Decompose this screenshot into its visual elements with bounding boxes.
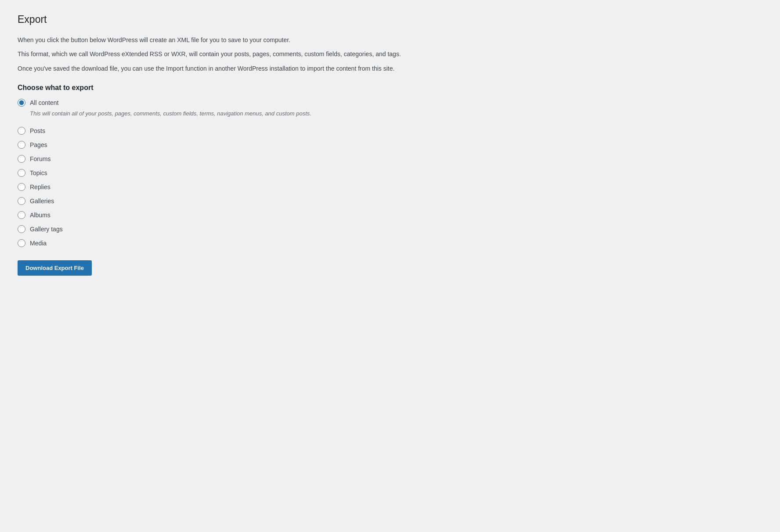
radio-item-all-content: All content This will contain all of you… (18, 99, 597, 121)
radio-input-replies[interactable] (18, 183, 25, 191)
radio-item-media[interactable]: Media (18, 239, 597, 247)
description-3: Once you've saved the download file, you… (18, 64, 597, 73)
radio-input-albums[interactable] (18, 211, 25, 219)
download-export-button[interactable]: Download Export File (18, 260, 92, 276)
posts-label: Posts (30, 127, 45, 134)
radio-item-replies[interactable]: Replies (18, 183, 597, 191)
radio-input-galleries[interactable] (18, 197, 25, 205)
description-2: This format, which we call WordPress eXt… (18, 49, 597, 59)
description-1: When you click the button below WordPres… (18, 35, 597, 45)
export-page: Export When you click the button below W… (0, 0, 615, 289)
radio-input-pages[interactable] (18, 141, 25, 149)
radio-input-gallery-tags[interactable] (18, 225, 25, 233)
page-title: Export (18, 13, 597, 26)
all-content-description: This will contain all of your posts, pag… (30, 109, 597, 118)
radio-item-albums[interactable]: Albums (18, 211, 597, 219)
radio-label-all-content[interactable]: All content (18, 99, 597, 107)
radio-input-media[interactable] (18, 239, 25, 247)
radio-input-posts[interactable] (18, 127, 25, 135)
radio-item-topics[interactable]: Topics (18, 169, 597, 177)
export-options-group: All content This will contain all of you… (18, 99, 597, 247)
radio-item-pages[interactable]: Pages (18, 141, 597, 149)
radio-input-all-content[interactable] (18, 99, 25, 107)
radio-input-topics[interactable] (18, 169, 25, 177)
radio-item-posts[interactable]: Posts (18, 127, 597, 135)
all-content-label: All content (30, 99, 58, 106)
media-label: Media (30, 240, 47, 247)
albums-label: Albums (30, 212, 51, 219)
radio-item-galleries[interactable]: Galleries (18, 197, 597, 205)
replies-label: Replies (30, 183, 51, 191)
radio-input-forums[interactable] (18, 155, 25, 163)
gallery-tags-label: Gallery tags (30, 226, 63, 233)
radio-item-forums[interactable]: Forums (18, 155, 597, 163)
pages-label: Pages (30, 141, 47, 148)
radio-item-gallery-tags[interactable]: Gallery tags (18, 225, 597, 233)
forums-label: Forums (30, 155, 51, 162)
section-title: Choose what to export (18, 84, 597, 92)
topics-label: Topics (30, 169, 47, 176)
galleries-label: Galleries (30, 198, 54, 205)
